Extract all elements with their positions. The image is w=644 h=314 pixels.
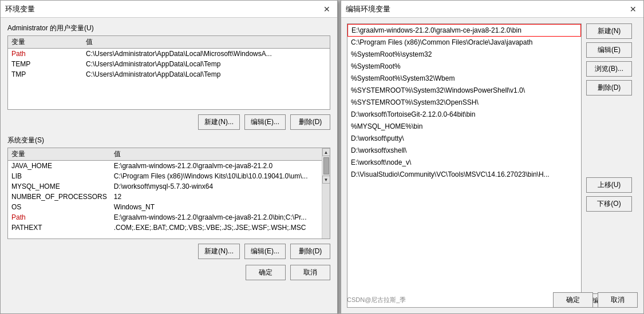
watermark: CSDN@尼古拉斯_季 <box>347 296 406 304</box>
sys-delete-button[interactable]: 删除(D) <box>290 244 330 259</box>
user-vars-table-container: 变量 值 PathC:\Users\Administrator\AppData\… <box>7 35 330 110</box>
list-item[interactable]: %SYSTEMROOT%\System32\OpenSSH\ <box>347 97 581 109</box>
table-row[interactable]: PathC:\Users\Administrator\AppData\Local… <box>8 49 330 59</box>
list-item[interactable]: %SystemRoot%\system32 <box>347 49 581 61</box>
table-row[interactable]: PATHEXT.COM;.EXE;.BAT;.CMD;.VBS;.VBE;.JS… <box>8 222 322 233</box>
list-item[interactable]: C:\Program Files (x86)\Common Files\Orac… <box>347 37 581 49</box>
sys-vars-label: 系统变量(S) <box>7 136 330 145</box>
list-item[interactable]: D:\worksoft\putty\ <box>347 133 581 145</box>
scroll-up-arrow[interactable]: ▲ <box>322 148 330 156</box>
table-row[interactable]: TEMPC:\Users\Administrator\AppData\Local… <box>8 59 330 69</box>
list-item[interactable]: %MYSQL_HOME%\bin <box>347 121 581 133</box>
sys-new-button[interactable]: 新建(N)... <box>198 244 240 259</box>
list-item[interactable]: E:\graalvm-windows-21.2.0\graalvm-ce-jav… <box>347 24 581 37</box>
right-ok-button[interactable]: 确定 <box>553 292 593 308</box>
list-item[interactable]: %SYSTEMROOT%\System32\WindowsPowerShell\… <box>347 85 581 97</box>
list-item[interactable]: D:\worksoft\xshell\ <box>347 145 581 157</box>
right-cancel-button[interactable]: 取消 <box>598 292 638 308</box>
edit-browse-button[interactable]: 浏览(B)... <box>586 61 632 77</box>
edit-edit-button[interactable]: 编辑(E) <box>586 42 632 58</box>
list-item[interactable]: D:\worksoft\TortoiseGit-2.12.0.0-64bit\b… <box>347 109 581 121</box>
sys-vars-table-container: 变量 值 JAVA_HOMEE:\graalvm-windows-21.2.0\… <box>7 148 330 239</box>
user-col-var: 变量 <box>8 36 82 49</box>
scroll-thumb[interactable] <box>323 157 329 174</box>
env-variables-dialog: 环境变量 ✕ Administrator 的用户变量(U) 变量 值 PathC… <box>0 0 338 314</box>
edit-btn-col: 新建(N) 编辑(E) 浏览(B)... 删除(D) 上移(U) 下移(O) 编… <box>586 23 638 308</box>
user-vars-btn-row: 新建(N)... 编辑(E)... 删除(D) <box>7 114 330 130</box>
left-cancel-button[interactable]: 取消 <box>290 265 330 280</box>
list-item[interactable]: %SystemRoot%\System32\Wbem <box>347 73 581 85</box>
list-item[interactable]: %SystemRoot% <box>347 61 581 73</box>
scroll-down-arrow[interactable]: ▼ <box>322 176 330 184</box>
left-ok-button[interactable]: 确定 <box>246 265 286 280</box>
table-row[interactable]: OSWindows_NT <box>8 202 322 212</box>
sys-col-var: 变量 <box>8 148 110 161</box>
table-row[interactable]: PathE:\graalvm-windows-21.2.0\graalvm-ce… <box>8 212 322 222</box>
user-vars-table: 变量 值 PathC:\Users\Administrator\AppData\… <box>8 36 330 80</box>
edit-new-button[interactable]: 新建(N) <box>586 23 632 39</box>
edit-up-button[interactable]: 上移(U) <box>586 177 632 193</box>
edit-dialog-content: E:\graalvm-windows-21.2.0\graalvm-ce-jav… <box>341 18 643 313</box>
env-dialog-content: Administrator 的用户变量(U) 变量 值 PathC:\Users… <box>1 18 337 286</box>
table-row[interactable]: NUMBER_OF_PROCESSORS12 <box>8 192 322 202</box>
env-dialog-close-button[interactable]: ✕ <box>321 3 333 15</box>
user-col-val: 值 <box>82 36 330 49</box>
list-item[interactable]: D:\VisualStudio\Community\VC\Tools\MSVC\… <box>347 169 581 181</box>
edit-down-button[interactable]: 下移(O) <box>586 196 632 212</box>
user-new-button[interactable]: 新建(N)... <box>198 114 240 130</box>
edit-dialog-title: 编辑环境变量 <box>346 4 390 14</box>
env-dialog-title: 环境变量 <box>5 4 35 14</box>
table-row[interactable]: LIBC:\Program Files (x86)\Windows Kits\1… <box>8 171 322 181</box>
edit-dialog-titlebar: 编辑环境变量 ✕ <box>341 1 643 18</box>
sys-scrollbar[interactable]: ▲ ▼ <box>322 148 330 239</box>
path-list-container: E:\graalvm-windows-21.2.0\graalvm-ce-jav… <box>347 23 582 308</box>
edit-env-dialog: 编辑环境变量 ✕ E:\graalvm-windows-21.2.0\graal… <box>341 0 644 314</box>
sys-vars-scroll: 变量 值 JAVA_HOMEE:\graalvm-windows-21.2.0\… <box>8 148 322 239</box>
table-row[interactable]: TMPC:\Users\Administrator\AppData\Local\… <box>8 69 330 80</box>
env-dialog-titlebar: 环境变量 ✕ <box>1 1 337 18</box>
right-bottom-row: CSDN@尼古拉斯_季 确定 取消 <box>347 292 638 308</box>
table-row[interactable]: MYSQL_HOMED:\worksoft\mysql-5.7.30-winx6… <box>8 181 322 192</box>
edit-dialog-close-button[interactable]: ✕ <box>627 3 639 15</box>
user-vars-label: Administrator 的用户变量(U) <box>7 23 330 33</box>
user-edit-button[interactable]: 编辑(E)... <box>244 114 286 130</box>
table-row[interactable]: JAVA_HOMEE:\graalvm-windows-21.2.0\graal… <box>8 161 322 172</box>
list-item[interactable]: E:\worksoft\node_v\ <box>347 157 581 169</box>
path-list: E:\graalvm-windows-21.2.0\graalvm-ce-jav… <box>347 24 581 181</box>
edit-delete-button[interactable]: 删除(D) <box>586 80 632 96</box>
sys-vars-table: 变量 值 JAVA_HOMEE:\graalvm-windows-21.2.0\… <box>8 148 322 233</box>
sys-edit-button[interactable]: 编辑(E)... <box>244 244 286 259</box>
left-confirm-row: 确定 取消 <box>7 265 330 280</box>
sys-col-val: 值 <box>110 148 322 161</box>
sys-vars-btn-row: 新建(N)... 编辑(E)... 删除(D) <box>7 244 330 259</box>
user-delete-button[interactable]: 删除(D) <box>290 114 330 130</box>
